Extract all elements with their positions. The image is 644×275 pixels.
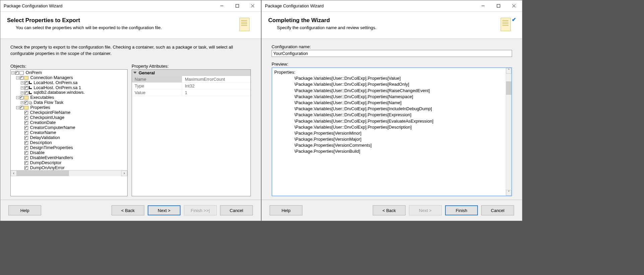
checkbox[interactable] <box>24 156 28 160</box>
property-grid[interactable]: General NameMaximumErrorCountTypeInt32Va… <box>132 69 251 196</box>
cancel-button[interactable]: Cancel <box>481 205 514 215</box>
cancel-button[interactable]: Cancel <box>220 205 253 215</box>
checkbox[interactable] <box>24 161 28 165</box>
expand-toggle-icon[interactable]: − <box>16 106 19 109</box>
tree-row[interactable]: − OnPrem <box>11 70 127 75</box>
tree-row[interactable]: Disable <box>11 150 127 155</box>
tree-row[interactable]: CheckpointUsage <box>11 115 127 120</box>
checkbox[interactable] <box>24 101 28 105</box>
expand-toggle-icon[interactable]: − <box>11 71 14 74</box>
tree-row[interactable]: DumpDescriptor <box>11 160 127 165</box>
tree-row[interactable]: CreationDate <box>11 120 127 125</box>
preview-line: \Package.Properties[VersionMajor] <box>274 136 509 142</box>
tree-row[interactable]: DumpOnAnyError <box>11 165 127 170</box>
help-button[interactable]: Help <box>8 205 41 215</box>
objects-tree[interactable]: − OnPrem− Connection Managers+ LocalHost… <box>10 69 128 196</box>
next-button: Next > <box>409 205 442 215</box>
checkbox[interactable] <box>20 106 23 110</box>
expand-toggle-icon[interactable]: + <box>21 101 24 104</box>
checkbox[interactable] <box>24 81 28 85</box>
help-button[interactable]: Help <box>270 205 302 215</box>
property-row[interactable]: NameMaximumErrorCount <box>132 76 251 83</box>
checkbox[interactable] <box>24 141 28 145</box>
close-button[interactable] <box>245 1 260 11</box>
connection-icon <box>29 91 32 94</box>
checkbox[interactable] <box>20 76 23 80</box>
scroll-down-icon[interactable]: ˅ <box>506 190 511 196</box>
page-subtitle: Specify the configuration name and revie… <box>277 25 496 30</box>
property-group-header[interactable]: General <box>132 70 251 76</box>
tree-row[interactable]: + LocalHost. OnPrem.sa 1 <box>11 85 127 90</box>
expand-toggle-icon[interactable]: − <box>16 96 19 99</box>
checkbox[interactable] <box>24 151 28 155</box>
tree-row[interactable]: + LocalHost. OnPrem.sa <box>11 80 127 85</box>
horizontal-scrollbar[interactable]: ‹ › <box>11 170 127 176</box>
config-name-input[interactable] <box>272 50 512 57</box>
svg-rect-5 <box>497 4 500 7</box>
tree-row[interactable]: DisableEventHandlers <box>11 155 127 160</box>
expand-toggle-icon[interactable]: + <box>21 86 24 89</box>
minimize-button[interactable] <box>214 1 229 11</box>
close-button[interactable] <box>506 1 521 11</box>
wizard-window-completing: Package Configuration Wizard Completing … <box>261 0 522 221</box>
back-button[interactable]: < Back <box>112 205 144 215</box>
checkbox[interactable] <box>24 146 28 150</box>
preview-label: Preview: <box>272 62 512 67</box>
check-icon: ✔ <box>512 16 516 23</box>
checkbox[interactable] <box>24 91 28 95</box>
tree-row[interactable]: + sqldb2.database.windows. <box>11 90 127 95</box>
maximize-button[interactable] <box>229 1 245 11</box>
scroll-thumb[interactable] <box>506 81 511 95</box>
checkbox[interactable] <box>15 71 19 75</box>
next-button[interactable]: Next > <box>148 205 181 215</box>
scroll-thumb[interactable] <box>17 170 69 176</box>
tree-row[interactable]: + Data Flow Task <box>11 100 127 105</box>
checkbox[interactable] <box>24 131 28 135</box>
preview-line: \Package.Properties[VersionComments] <box>274 142 509 148</box>
objects-label: Objects: <box>10 64 128 69</box>
expand-toggle-icon[interactable]: − <box>16 76 19 79</box>
titlebar[interactable]: Package Configuration Wizard <box>262 0 522 12</box>
property-name: Name <box>132 76 182 82</box>
checkbox[interactable] <box>24 166 28 170</box>
wizard-header: Completing the Wizard Specify the config… <box>262 12 522 39</box>
checkbox[interactable] <box>24 121 28 125</box>
vertical-scrollbar[interactable]: ˄ ˅ <box>506 68 511 196</box>
back-button[interactable]: < Back <box>373 205 406 215</box>
preview-line: \Package.Variables[User::DrvColExp].Prop… <box>274 81 509 87</box>
property-row[interactable]: Value1 <box>132 89 251 96</box>
task-icon <box>29 101 32 104</box>
scroll-up-icon[interactable]: ˄ <box>506 68 511 74</box>
checkbox[interactable] <box>24 116 28 120</box>
finish-button: Finish >>| <box>184 205 217 215</box>
tree-row[interactable]: − Properties <box>11 105 127 110</box>
tree-row[interactable]: DelayValidation <box>11 135 127 140</box>
tree-row[interactable]: CheckpointFileName <box>11 110 127 115</box>
property-row[interactable]: TypeInt32 <box>132 83 251 89</box>
page-subtitle: You can select the properties which will… <box>16 25 235 30</box>
finish-button[interactable]: Finish <box>445 205 478 215</box>
tree-row[interactable]: − Executables <box>11 95 127 100</box>
titlebar[interactable]: Package Configuration Wizard <box>0 0 261 12</box>
checkbox[interactable] <box>24 111 28 115</box>
checkbox[interactable] <box>24 126 28 130</box>
tree-row[interactable]: DesignTimeProperties <box>11 145 127 150</box>
checkbox[interactable] <box>24 86 28 90</box>
tree-row[interactable]: − Connection Managers <box>11 75 127 80</box>
scroll-left-icon[interactable]: ‹ <box>11 170 17 176</box>
tree-row[interactable]: Description <box>11 140 127 145</box>
expand-toggle-icon[interactable]: + <box>21 91 24 94</box>
scroll-right-icon[interactable]: › <box>121 170 127 176</box>
tree-row[interactable]: CreatorComputerName <box>11 125 127 130</box>
preview-line: \Package.Variables[User::DrvColExp].Prop… <box>274 112 509 118</box>
checkbox[interactable] <box>24 136 28 140</box>
minimize-button[interactable] <box>475 1 491 11</box>
tree-row[interactable]: CreatorName <box>11 130 127 135</box>
wizard-header: Select Properties to Export You can sele… <box>0 12 261 39</box>
checkbox[interactable] <box>20 96 23 99</box>
wizard-icon <box>238 17 254 32</box>
preview-textbox[interactable]: Properties: \Package.Variables[User::Drv… <box>272 67 512 196</box>
folder-icon <box>24 106 28 110</box>
expand-toggle-icon[interactable]: + <box>21 81 24 84</box>
maximize-button[interactable] <box>491 1 506 11</box>
